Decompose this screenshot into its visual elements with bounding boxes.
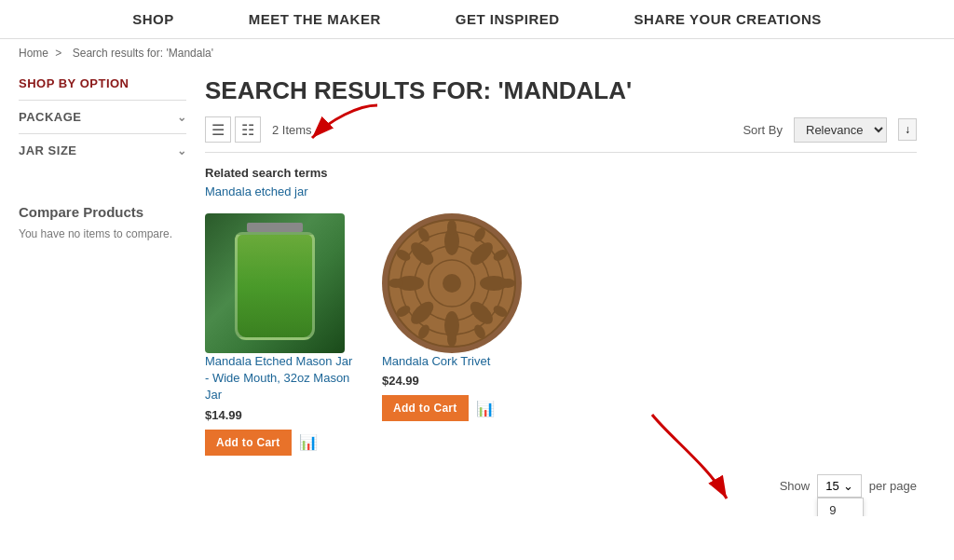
- items-count: 2 Items: [272, 123, 731, 137]
- products-grid: Mandala Etched Mason Jar - Wide Mouth, 3…: [205, 213, 917, 456]
- show-chevron-icon: ⌄: [843, 479, 853, 493]
- jar-size-filter-label: JAR SIZE: [19, 143, 77, 157]
- compare-icon-trivet[interactable]: 📊: [476, 400, 495, 417]
- list-view-button[interactable]: ☷: [235, 116, 261, 143]
- breadcrumb: Home > Search results for: 'Mandala': [0, 39, 954, 67]
- sort-select[interactable]: Relevance Name Price Date: [794, 117, 887, 143]
- product-actions-trivet: Add to Cart 📊: [382, 395, 531, 421]
- related-terms: Related search terms Mandala etched jar: [205, 166, 917, 198]
- svg-point-19: [447, 332, 457, 347]
- jar-size-filter[interactable]: JAR SIZE ⌄: [19, 133, 186, 167]
- product-name-jar[interactable]: Mandala Etched Mason Jar - Wide Mouth, 3…: [205, 353, 354, 404]
- compare-title: Compare Products: [19, 204, 186, 220]
- nav-meet-maker[interactable]: MEET THE MAKER: [249, 11, 381, 27]
- compare-text: You have no items to compare.: [19, 227, 186, 240]
- show-select-button[interactable]: 15 ⌄: [817, 474, 861, 498]
- show-label: Show: [780, 479, 811, 493]
- per-page-label: per page: [869, 479, 917, 493]
- show-current-value: 15: [825, 479, 838, 493]
- toolbar: ☰ ☷ 2 Items Sort By Relevance Name Price…: [205, 116, 917, 153]
- sidebar: SHOP BY OPTION PACKAGE ⌄ JAR SIZE ⌄ Comp…: [19, 67, 186, 516]
- breadcrumb-current: Search results for: 'Mandala': [73, 47, 213, 60]
- package-filter[interactable]: PACKAGE ⌄: [19, 100, 186, 133]
- show-select-container: 15 ⌄ 9 15 30 All: [817, 474, 861, 498]
- product-image-jar: [205, 213, 345, 353]
- product-name-trivet[interactable]: Mandala Cork Trivet: [382, 353, 531, 370]
- svg-point-16: [500, 279, 515, 288]
- nav-get-inspired[interactable]: GET INSPIRED: [456, 11, 560, 27]
- add-to-cart-jar[interactable]: Add to Cart: [205, 430, 292, 456]
- sort-direction-button[interactable]: ↓: [898, 118, 917, 141]
- compare-section: Compare Products You have no items to co…: [19, 204, 186, 240]
- svg-point-22: [388, 279, 403, 288]
- add-to-cart-trivet[interactable]: Add to Cart: [382, 395, 469, 421]
- nav-share-creations[interactable]: SHARE YOUR CREATIONS: [634, 11, 822, 27]
- sort-by-label: Sort By: [743, 123, 783, 137]
- nav-shop[interactable]: SHOP: [132, 11, 174, 27]
- product-image-trivet: [382, 213, 522, 353]
- shop-by-option-title: SHOP BY OPTION: [19, 76, 186, 90]
- package-chevron-icon: ⌄: [177, 111, 187, 124]
- product-card-trivet: Mandala Cork Trivet $24.99 Add to Cart 📊: [382, 213, 531, 456]
- show-section: Show 15 ⌄ 9 15 30 All per page: [780, 474, 917, 498]
- show-option-9[interactable]: 9: [818, 499, 863, 516]
- show-dropdown: 9 15 30 All: [817, 498, 864, 516]
- content-area: SEARCH RESULTS FOR: 'MANDALA' ☰ ☷ 2 Item…: [186, 67, 935, 516]
- compare-icon-jar[interactable]: 📊: [299, 433, 318, 451]
- jar-size-chevron-icon: ⌄: [177, 144, 187, 157]
- view-icons: ☰ ☷: [205, 116, 261, 143]
- main-container: SHOP BY OPTION PACKAGE ⌄ JAR SIZE ⌄ Comp…: [0, 67, 954, 516]
- product-price-jar: $14.99: [205, 408, 354, 422]
- grid-view-button[interactable]: ☰: [205, 116, 231, 143]
- breadcrumb-separator: >: [55, 47, 61, 60]
- svg-point-13: [447, 220, 457, 235]
- svg-point-4: [443, 274, 461, 293]
- related-link[interactable]: Mandala etched jar: [205, 184, 308, 198]
- package-filter-label: PACKAGE: [19, 110, 82, 124]
- page-wrapper: SHOP MEET THE MAKER GET INSPIRED SHARE Y…: [0, 0, 954, 516]
- product-actions-jar: Add to Cart 📊: [205, 430, 354, 456]
- product-price-trivet: $24.99: [382, 374, 531, 388]
- main-nav: SHOP MEET THE MAKER GET INSPIRED SHARE Y…: [0, 0, 954, 39]
- related-label: Related search terms: [205, 166, 917, 180]
- page-title: SEARCH RESULTS FOR: 'MANDALA': [205, 76, 917, 105]
- bottom-bar: Show 15 ⌄ 9 15 30 All per page: [205, 456, 917, 516]
- product-card-jar: Mandala Etched Mason Jar - Wide Mouth, 3…: [205, 213, 354, 456]
- breadcrumb-home[interactable]: Home: [19, 47, 48, 60]
